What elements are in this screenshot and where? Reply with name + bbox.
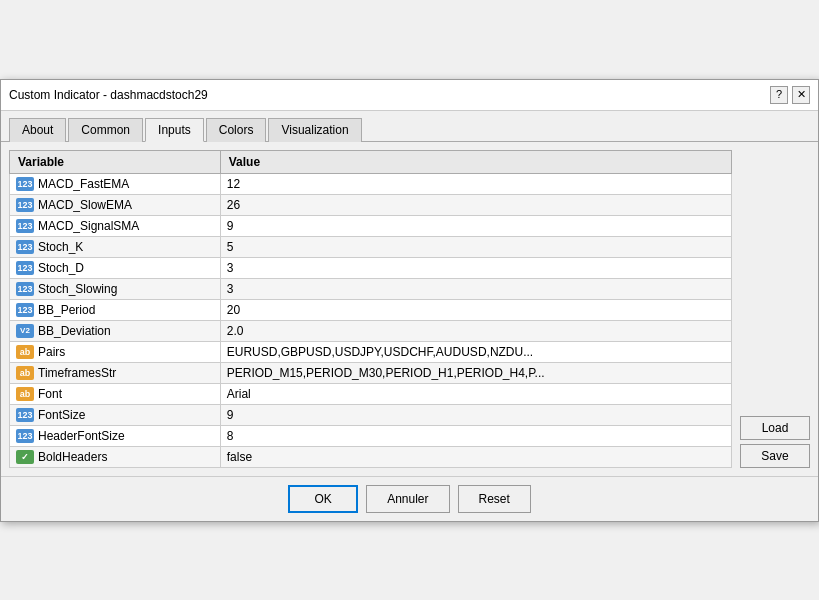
tabs-bar: About Common Inputs Colors Visualization — [1, 111, 818, 142]
variable-cell: 123 Stoch_Slowing — [10, 278, 221, 299]
table-row[interactable]: ab TimeframesStr PERIOD_M15,PERIOD_M30,P… — [10, 362, 732, 383]
variable-cell: 123 MACD_SignalSMA — [10, 215, 221, 236]
variable-cell: 123 Stoch_D — [10, 257, 221, 278]
side-buttons: Load Save — [740, 150, 810, 468]
variable-cell: 123 HeaderFontSize — [10, 425, 221, 446]
value-cell[interactable]: 5 — [220, 236, 731, 257]
variable-cell: ab Font — [10, 383, 221, 404]
tab-about[interactable]: About — [9, 118, 66, 142]
value-cell[interactable]: 26 — [220, 194, 731, 215]
col-variable: Variable — [10, 150, 221, 173]
close-button[interactable]: ✕ — [792, 86, 810, 104]
table-row[interactable]: ab Font Arial — [10, 383, 732, 404]
variable-name: BB_Deviation — [38, 324, 111, 338]
variable-cell: V2 BB_Deviation — [10, 320, 221, 341]
table-row[interactable]: 123 HeaderFontSize 8 — [10, 425, 732, 446]
table-row[interactable]: ✓ BoldHeaders false — [10, 446, 732, 467]
type-icon: 123 — [16, 282, 34, 296]
variable-cell: ab Pairs — [10, 341, 221, 362]
value-cell[interactable]: 9 — [220, 215, 731, 236]
type-icon: 123 — [16, 408, 34, 422]
table-row[interactable]: ab Pairs EURUSD,GBPUSD,USDJPY,USDCHF,AUD… — [10, 341, 732, 362]
ok-button[interactable]: OK — [288, 485, 358, 513]
value-cell[interactable]: EURUSD,GBPUSD,USDJPY,USDCHF,AUDUSD,NZDU.… — [220, 341, 731, 362]
variable-cell: 123 BB_Period — [10, 299, 221, 320]
help-button[interactable]: ? — [770, 86, 788, 104]
variable-cell: 123 Stoch_K — [10, 236, 221, 257]
variable-cell: 123 MACD_SlowEMA — [10, 194, 221, 215]
tab-common[interactable]: Common — [68, 118, 143, 142]
type-icon: 123 — [16, 219, 34, 233]
table-row[interactable]: 123 Stoch_K 5 — [10, 236, 732, 257]
value-cell[interactable]: 3 — [220, 257, 731, 278]
reset-button[interactable]: Reset — [458, 485, 531, 513]
col-value: Value — [220, 150, 731, 173]
value-cell[interactable]: Arial — [220, 383, 731, 404]
table-row[interactable]: 123 BB_Period 20 — [10, 299, 732, 320]
content-area: Variable Value 123 MACD_FastEMA 12 123 M… — [1, 142, 818, 476]
title-bar-controls: ? ✕ — [770, 86, 810, 104]
variable-name: Stoch_K — [38, 240, 83, 254]
variable-cell: 123 FontSize — [10, 404, 221, 425]
footer: OK Annuler Reset — [1, 476, 818, 521]
variable-name: MACD_SlowEMA — [38, 198, 132, 212]
variable-name: Font — [38, 387, 62, 401]
variable-name: TimeframesStr — [38, 366, 116, 380]
value-cell[interactable]: 20 — [220, 299, 731, 320]
value-cell[interactable]: PERIOD_M15,PERIOD_M30,PERIOD_H1,PERIOD_H… — [220, 362, 731, 383]
value-cell[interactable]: 8 — [220, 425, 731, 446]
variable-cell: 123 MACD_FastEMA — [10, 173, 221, 194]
type-icon: 123 — [16, 177, 34, 191]
dialog-window: Custom Indicator - dashmacdstoch29 ? ✕ A… — [0, 79, 819, 522]
type-icon: ab — [16, 387, 34, 401]
type-icon: ab — [16, 366, 34, 380]
type-icon: ✓ — [16, 450, 34, 464]
table-row[interactable]: 123 Stoch_Slowing 3 — [10, 278, 732, 299]
table-row[interactable]: 123 FontSize 9 — [10, 404, 732, 425]
type-icon: ab — [16, 345, 34, 359]
load-button[interactable]: Load — [740, 416, 810, 440]
type-icon: V2 — [16, 324, 34, 338]
params-table: Variable Value 123 MACD_FastEMA 12 123 M… — [9, 150, 732, 468]
value-cell[interactable]: 9 — [220, 404, 731, 425]
type-icon: 123 — [16, 303, 34, 317]
value-cell[interactable]: 2.0 — [220, 320, 731, 341]
table-row[interactable]: 123 MACD_SignalSMA 9 — [10, 215, 732, 236]
type-icon: 123 — [16, 429, 34, 443]
type-icon: 123 — [16, 261, 34, 275]
variable-name: Stoch_Slowing — [38, 282, 117, 296]
tab-inputs[interactable]: Inputs — [145, 118, 204, 142]
variable-name: MACD_FastEMA — [38, 177, 129, 191]
value-cell[interactable]: 12 — [220, 173, 731, 194]
save-button[interactable]: Save — [740, 444, 810, 468]
type-icon: 123 — [16, 240, 34, 254]
value-cell[interactable]: false — [220, 446, 731, 467]
dialog-title: Custom Indicator - dashmacdstoch29 — [9, 88, 208, 102]
table-row[interactable]: 123 MACD_FastEMA 12 — [10, 173, 732, 194]
variable-name: Stoch_D — [38, 261, 84, 275]
tab-visualization[interactable]: Visualization — [268, 118, 361, 142]
variable-cell: ab TimeframesStr — [10, 362, 221, 383]
title-bar: Custom Indicator - dashmacdstoch29 ? ✕ — [1, 80, 818, 111]
variable-name: HeaderFontSize — [38, 429, 125, 443]
table-row[interactable]: V2 BB_Deviation 2.0 — [10, 320, 732, 341]
table-row[interactable]: 123 Stoch_D 3 — [10, 257, 732, 278]
variable-name: BoldHeaders — [38, 450, 107, 464]
table-section: Variable Value 123 MACD_FastEMA 12 123 M… — [9, 150, 732, 468]
value-cell[interactable]: 3 — [220, 278, 731, 299]
variable-name: FontSize — [38, 408, 85, 422]
variable-cell: ✓ BoldHeaders — [10, 446, 221, 467]
tab-colors[interactable]: Colors — [206, 118, 267, 142]
variable-name: MACD_SignalSMA — [38, 219, 139, 233]
variable-name: BB_Period — [38, 303, 95, 317]
table-row[interactable]: 123 MACD_SlowEMA 26 — [10, 194, 732, 215]
type-icon: 123 — [16, 198, 34, 212]
annuler-button[interactable]: Annuler — [366, 485, 449, 513]
variable-name: Pairs — [38, 345, 65, 359]
